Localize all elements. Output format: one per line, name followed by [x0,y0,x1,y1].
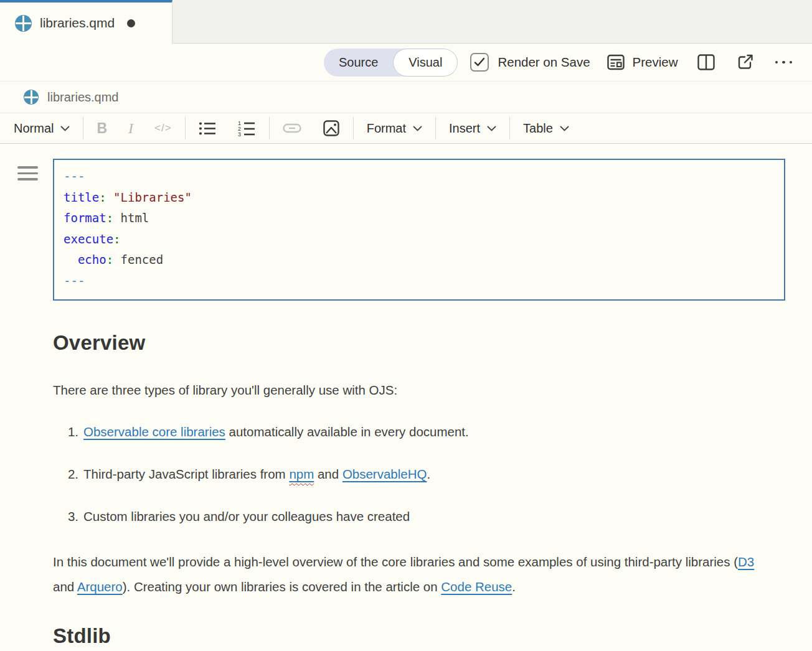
doc-link[interactable]: npm [289,467,314,481]
yaml-code: ---title: "Libraries"format: htmlexecute… [64,166,775,291]
quarto-file-icon [24,90,39,105]
preview-label: Preview [633,55,678,70]
list-item: 2.Third-party JavaScript libraries from … [53,465,785,483]
ellipsis-icon [775,61,793,64]
paragraph-style-label: Normal [14,121,54,136]
unsaved-changes-indicator [127,19,135,27]
toolbar-separator [435,117,436,139]
toolbar-separator [269,117,270,139]
yaml-code-line: --- [64,166,775,187]
tab-bar: libraries.qmd [0,0,812,44]
numbered-list-button[interactable]: 1 2 3 [238,120,256,137]
yaml-code-line: echo: fenced [64,250,775,271]
tab-strip-empty [172,0,812,44]
breadcrumb-filename[interactable]: libraries.qmd [47,90,118,105]
numbered-list-icon: 1 2 3 [238,120,256,137]
visual-mode-button[interactable]: Visual [393,49,458,77]
split-editor-button[interactable] [697,54,715,71]
list-item: 3.Custom libraries you and/or your colle… [53,507,785,525]
yaml-code-line: --- [64,271,775,292]
doc-link[interactable]: Observable core libraries [83,424,225,439]
source-visual-toggle: Source Visual [324,49,458,77]
toolbar-separator [83,117,83,139]
block-drag-handle-icon[interactable] [17,166,38,180]
yaml-code-line: execute: [64,229,775,250]
section-heading-overview: Overview [53,331,785,355]
doc-link[interactable]: D3 [738,555,754,569]
bold-button[interactable]: B [97,120,107,137]
open-external-button[interactable] [737,54,754,71]
render-on-save-control[interactable]: Render on Save [470,53,590,72]
list-item-number: 2. [67,465,83,483]
doc-link[interactable]: Code Reuse [441,579,512,594]
section-heading-stdlib: Stdlib [53,624,785,648]
source-mode-button[interactable]: Source [324,49,393,77]
yaml-front-matter-block[interactable]: ---title: "Libraries"format: htmlexecute… [53,159,785,301]
render-on-save-label: Render on Save [498,55,590,70]
body-paragraph: In this document we'll provide a high-le… [53,550,766,599]
visual-editor-canvas[interactable]: ---title: "Libraries"format: htmlexecute… [0,144,812,648]
list-item-text: Custom libraries you and/or your colleag… [83,507,410,525]
library-types-list: 1.Observable core libraries automaticall… [53,423,785,525]
toolbar-separator [509,117,510,139]
code-button[interactable]: </> [154,122,172,134]
list-item-number: 1. [67,423,83,441]
format-menu-label: Format [367,121,406,136]
open-external-icon [737,54,754,71]
breadcrumb: libraries.qmd [0,82,812,113]
chevron-down-icon [60,126,70,131]
image-button[interactable] [323,119,340,137]
doc-link[interactable]: Arquero [77,579,123,594]
table-menu-label: Table [523,121,553,136]
yaml-code-line: title: "Libraries" [64,187,775,208]
svg-text:3: 3 [238,131,241,137]
list-item-number: 3. [67,507,83,525]
check-icon [474,57,485,67]
preview-icon [607,54,625,71]
italic-icon: I [128,120,133,137]
image-icon [323,119,340,137]
list-item-text: Observable core libraries automatically … [83,423,469,441]
list-item: 1.Observable core libraries automaticall… [53,423,785,441]
paragraph-style-dropdown[interactable]: Normal [14,121,70,136]
split-pane-icon [697,54,715,71]
link-button[interactable] [283,121,301,135]
toolbar-separator [353,117,354,139]
tab-libraries-qmd[interactable]: libraries.qmd [0,0,172,44]
format-menu[interactable]: Format [367,121,422,136]
italic-button[interactable]: I [128,120,133,137]
bold-icon: B [97,120,107,137]
link-icon [283,121,301,135]
editor-top-toolbar: Source Visual Render on Save Preview [0,44,812,82]
bullet-list-icon [199,121,217,136]
editor-window: libraries.qmd Source Visual Render on Sa… [0,0,812,651]
chevron-down-icon [487,126,496,131]
intro-paragraph: There are three types of library you'll … [53,381,785,399]
insert-menu-label: Insert [449,121,480,136]
yaml-code-line: format: html [64,208,775,229]
code-icon: </> [154,122,172,134]
render-on-save-checkbox[interactable] [470,53,489,72]
table-menu[interactable]: Table [523,121,569,136]
list-item-text: Third-party JavaScript libraries from np… [83,465,430,483]
formatting-toolbar: Normal B I </> [0,113,812,144]
quarto-file-icon [15,15,32,32]
preview-button[interactable]: Preview [607,54,678,71]
chevron-down-icon [413,126,422,131]
spellcheck-underline: npm [289,467,314,481]
tab-title: libraries.qmd [40,16,115,30]
chevron-down-icon [560,126,569,131]
toolbar-separator [185,117,186,139]
insert-menu[interactable]: Insert [449,121,496,136]
bullet-list-button[interactable] [199,121,217,136]
doc-link[interactable]: ObservableHQ [342,467,427,481]
more-options-button[interactable] [775,61,793,64]
